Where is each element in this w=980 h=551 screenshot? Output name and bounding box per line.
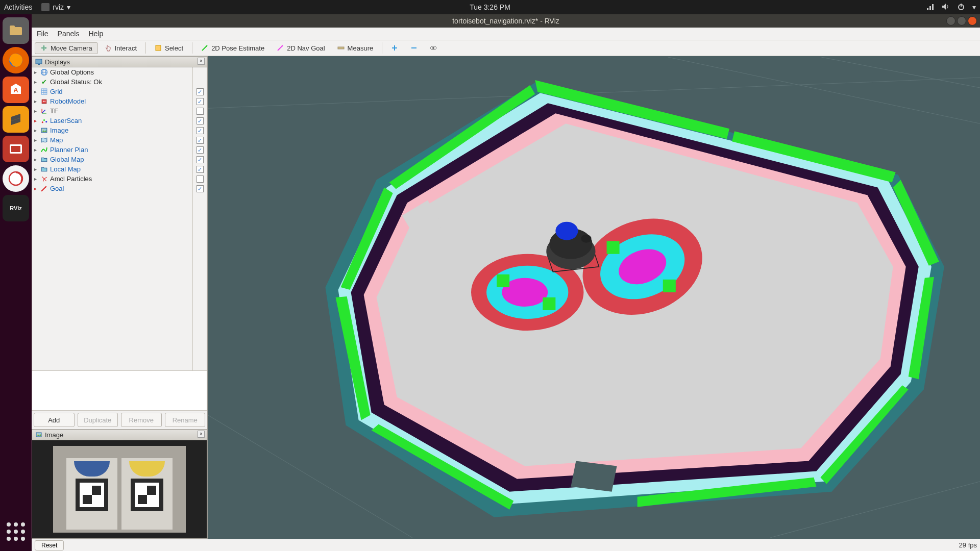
displays-header-icon <box>35 58 42 65</box>
launcher-firefox[interactable] <box>3 47 29 73</box>
tool-interact-label: Interact <box>115 44 137 52</box>
tool-focus-camera[interactable] <box>424 42 443 54</box>
displays-tree: ▸Global Options ▸✔Global Status: Ok ▸Gri… <box>32 67 207 371</box>
tree-label: Grid <box>50 88 63 95</box>
tree-item-goal[interactable]: ▸Goal <box>32 184 192 193</box>
tool-focus-add[interactable] <box>385 42 404 54</box>
tree-item-tf[interactable]: ▸TF <box>32 106 192 116</box>
maximize-button[interactable] <box>957 16 966 26</box>
fps-label: 29 fps <box>959 541 977 549</box>
image-panel-header[interactable]: Image × <box>32 429 207 440</box>
tool-interact[interactable]: Interact <box>99 42 142 54</box>
gnome-top-bar: Activities rviz ▾ Tue 3:26 PM ▾ <box>0 0 980 14</box>
tree-item-global-options[interactable]: ▸Global Options <box>32 67 192 77</box>
tree-item-image[interactable]: ▸Image <box>32 126 192 135</box>
localmap-checkbox[interactable]: ✓ <box>197 164 204 174</box>
launcher-settings[interactable] <box>3 165 29 192</box>
chevron-down-icon[interactable]: ▾ <box>972 3 976 11</box>
network-icon[interactable] <box>926 3 935 12</box>
reset-button[interactable]: Reset <box>35 540 64 550</box>
amcl-checkbox[interactable] <box>197 174 204 184</box>
map-checkbox[interactable]: ✓ <box>197 135 204 145</box>
tool-measure[interactable]: Measure <box>332 42 379 54</box>
tree-item-map[interactable]: ▸Map <box>32 135 192 145</box>
add-button[interactable]: Add <box>34 413 75 427</box>
svg-rect-80 <box>607 241 620 254</box>
svg-rect-17 <box>156 45 161 51</box>
image-panel: Image × <box>32 429 207 539</box>
minimize-button[interactable] <box>946 16 955 26</box>
goal-checkbox[interactable]: ✓ <box>197 184 204 193</box>
launcher-screenshot[interactable] <box>3 136 29 162</box>
tree-item-amcl[interactable]: ▸Amcl Particles <box>32 174 192 184</box>
menu-file[interactable]: File <box>37 30 48 38</box>
tree-item-local-map[interactable]: ▸Local Map <box>32 164 192 174</box>
tree-item-planner-plan[interactable]: ▸Planner Plan <box>32 145 192 155</box>
chevron-down-icon: ▾ <box>67 3 70 11</box>
tree-label: Local Map <box>50 165 81 173</box>
tree-label: RobotModel <box>50 97 86 105</box>
tree-item-robotmodel[interactable]: ▸RobotModel <box>32 96 192 106</box>
globalmap-checkbox[interactable]: ✓ <box>197 155 204 164</box>
svg-point-35 <box>44 101 45 102</box>
volume-icon[interactable] <box>942 3 950 12</box>
fiducial-marker-right <box>121 458 173 530</box>
svg-rect-7 <box>10 26 15 29</box>
tree-label: Map <box>50 136 63 144</box>
rviz-small-icon <box>41 3 50 11</box>
close-button[interactable] <box>968 16 977 26</box>
svg-rect-29 <box>38 64 40 65</box>
launcher-sublime[interactable] <box>3 106 29 133</box>
tf-checkbox[interactable] <box>197 106 204 116</box>
select-icon <box>155 44 162 52</box>
svg-point-27 <box>432 47 434 49</box>
displays-panel-close-icon[interactable]: × <box>198 58 205 65</box>
window-titlebar[interactable]: tortoisebot_navigation.rviz* - RViz <box>32 14 980 28</box>
tree-item-global-status[interactable]: ▸✔Global Status: Ok <box>32 77 192 87</box>
tool-focus-remove[interactable] <box>405 42 423 54</box>
robot-icon <box>40 98 48 105</box>
tool-pose-estimate-label: 2D Pose Estimate <box>211 44 264 52</box>
launcher-rviz[interactable]: RViz <box>3 195 29 221</box>
toolbar-separator <box>192 42 192 54</box>
tree-item-global-map[interactable]: ▸Global Map <box>32 155 192 164</box>
toolbar-separator <box>382 42 382 54</box>
laserscan-icon <box>40 117 48 124</box>
launcher-files[interactable] <box>3 17 29 44</box>
duplicate-button[interactable]: Duplicate <box>78 413 118 427</box>
launcher-software[interactable]: A <box>3 77 29 103</box>
tree-item-laserscan[interactable]: ▸LaserScan <box>32 116 192 126</box>
particles-icon <box>40 176 48 183</box>
plannerplan-checkbox[interactable]: ✓ <box>197 145 204 155</box>
toolbar: Move Camera Interact Select 2D Pose Esti… <box>32 40 980 56</box>
tool-2d-pose-estimate[interactable]: 2D Pose Estimate <box>195 42 270 54</box>
3d-viewport[interactable] <box>208 56 980 539</box>
grid-checkbox[interactable]: ✓ <box>197 87 204 96</box>
tree-label: Global Map <box>50 156 84 163</box>
remove-button[interactable]: Remove <box>121 413 162 427</box>
image-checkbox[interactable]: ✓ <box>197 126 204 135</box>
image-panel-title: Image <box>45 431 63 439</box>
activities-button[interactable]: Activities <box>4 3 32 11</box>
robotmodel-checkbox[interactable]: ✓ <box>197 96 204 106</box>
clock[interactable]: Tue 3:26 PM <box>470 3 510 11</box>
rename-button[interactable]: Rename <box>165 413 206 427</box>
laserscan-checkbox[interactable]: ✓ <box>197 116 204 126</box>
launcher-apps-grid[interactable] <box>3 518 29 545</box>
power-icon[interactable] <box>957 3 965 12</box>
goal-icon <box>40 185 48 192</box>
svg-rect-1 <box>929 6 931 10</box>
menu-help[interactable]: Help <box>88 30 103 38</box>
move-camera-icon <box>40 44 47 52</box>
tool-select[interactable]: Select <box>149 42 189 54</box>
camera-image-view[interactable] <box>32 440 207 539</box>
app-indicator[interactable]: rviz ▾ <box>41 3 70 11</box>
left-panel-column: Displays × ▸Global Options ▸✔Global Stat… <box>32 56 208 539</box>
tree-item-grid[interactable]: ▸Grid <box>32 87 192 96</box>
image-panel-close-icon[interactable]: × <box>198 431 205 438</box>
tool-2d-nav-goal[interactable]: 2D Nav Goal <box>271 42 330 54</box>
tool-move-camera[interactable]: Move Camera <box>35 42 98 54</box>
displays-panel-header[interactable]: Displays × <box>32 56 207 67</box>
menu-panels[interactable]: Panels <box>58 30 80 38</box>
globe-icon <box>40 69 48 76</box>
